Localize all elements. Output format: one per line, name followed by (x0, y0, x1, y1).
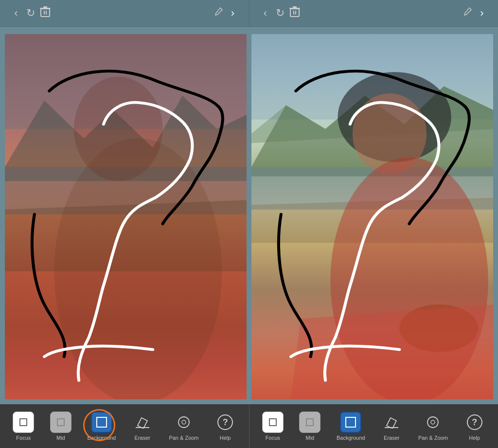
forward-button-right[interactable]: › (475, 7, 489, 19)
mid-label-right: Mid (306, 435, 315, 441)
edit-button-right[interactable] (460, 7, 475, 19)
top-toolbar: ‹ ↻ › ‹ ↻ (0, 0, 498, 27)
svg-rect-6 (293, 11, 294, 15)
panzoom-label-right: Pan & Zoom (418, 435, 448, 441)
back-button-right[interactable]: ‹ (258, 7, 273, 19)
help-label-left: Help (220, 435, 231, 441)
right-help-tool[interactable]: ? Help (464, 412, 485, 441)
right-panel (251, 34, 493, 399)
background-icon-box-right (340, 412, 361, 433)
background-label-right: Background (337, 435, 365, 441)
svg-rect-1 (44, 11, 45, 15)
eraser-label-left: Eraser (135, 435, 150, 441)
left-help-tool[interactable]: ? Help (214, 412, 236, 441)
svg-rect-7 (295, 11, 296, 15)
undo-button-right[interactable]: ↻ (273, 7, 287, 19)
undo-button-left[interactable]: ↻ (23, 7, 38, 19)
right-focus-tool[interactable]: Focus (262, 412, 284, 441)
svg-rect-8 (289, 8, 300, 9)
help-icon-box-right: ? (464, 412, 485, 433)
left-panel (5, 34, 247, 399)
mid-icon-box-right (299, 412, 320, 433)
left-bottom-tools: Focus Mid Background Eraser (0, 404, 249, 448)
right-photo (251, 34, 493, 399)
mid-icon-box-left (50, 412, 71, 433)
svg-point-28 (178, 417, 189, 428)
right-panzoom-tool[interactable]: Pan & Zoom (418, 412, 448, 441)
right-bottom-tools: Focus Mid Background Eraser (249, 404, 498, 448)
svg-marker-25 (291, 305, 493, 399)
background-icon-box-left (91, 412, 112, 433)
left-eraser-tool[interactable]: Eraser (132, 412, 153, 441)
svg-rect-5 (290, 9, 299, 17)
edit-button-left[interactable] (211, 7, 226, 19)
svg-point-33 (431, 420, 435, 424)
svg-rect-4 (43, 6, 47, 8)
background-label-left: Background (87, 435, 116, 441)
right-toolbar: ‹ ↻ › (249, 0, 498, 26)
eraser-icon-box-left (132, 412, 153, 433)
help-label-right: Help (469, 435, 480, 441)
svg-rect-0 (41, 9, 50, 17)
eraser-label-right: Eraser (384, 435, 399, 441)
mid-label-left: Mid (56, 435, 65, 441)
right-eraser-tool[interactable]: Eraser (381, 412, 402, 441)
left-focus-tool[interactable]: Focus (13, 412, 34, 441)
help-icon-box-left: ? (214, 412, 236, 433)
left-image-container (5, 34, 247, 399)
bottom-toolbar: Focus Mid Background Eraser (0, 404, 498, 448)
left-toolbar: ‹ ↻ › (0, 0, 249, 26)
panzoom-icon-box-right (422, 412, 444, 433)
back-button-left[interactable]: ‹ (9, 7, 23, 19)
focus-label-left: Focus (16, 435, 31, 441)
svg-point-29 (182, 420, 186, 424)
eraser-icon-box-right (381, 412, 402, 433)
svg-point-32 (427, 417, 438, 428)
left-panzoom-tool[interactable]: Pan & Zoom (169, 412, 198, 441)
svg-point-15 (54, 139, 222, 399)
right-mid-tool[interactable]: Mid (299, 412, 320, 441)
left-photo (5, 34, 247, 399)
panzoom-icon-box-left (173, 412, 195, 433)
svg-rect-3 (40, 8, 51, 9)
delete-button-right[interactable] (287, 6, 302, 20)
forward-button-left[interactable]: › (226, 7, 240, 19)
left-background-tool[interactable]: Background (87, 412, 116, 441)
left-mid-tool[interactable]: Mid (50, 412, 71, 441)
svg-rect-2 (46, 11, 47, 15)
main-area (0, 27, 498, 404)
focus-icon-box-right (262, 412, 284, 433)
panzoom-label-left: Pan & Zoom (169, 435, 198, 441)
right-background-tool[interactable]: Background (337, 412, 365, 441)
focus-label-right: Focus (266, 435, 280, 441)
right-image-container (251, 34, 493, 399)
svg-marker-30 (387, 418, 396, 429)
svg-rect-9 (293, 6, 297, 8)
delete-button-left[interactable] (38, 6, 53, 20)
focus-icon-box-left (13, 412, 34, 433)
svg-marker-26 (138, 418, 147, 429)
